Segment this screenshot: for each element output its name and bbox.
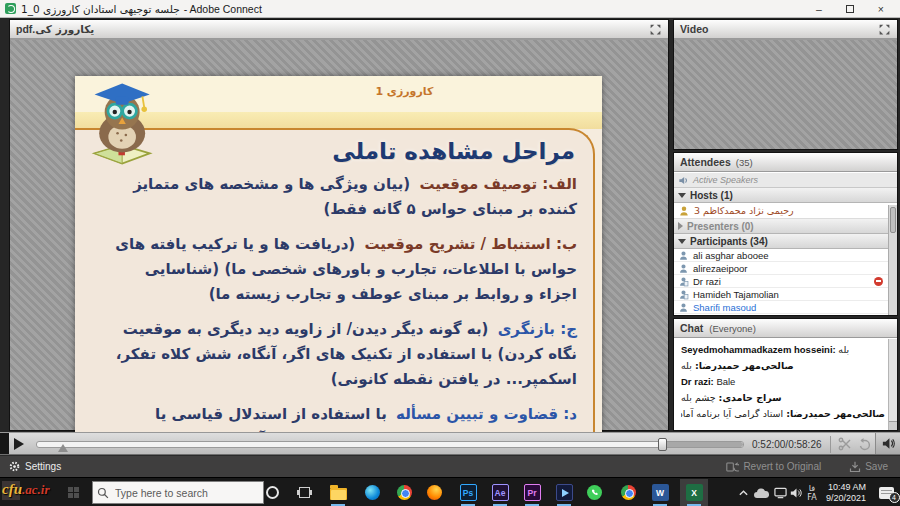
- taskbar-search-input[interactable]: [113, 486, 259, 500]
- seek-start-marker[interactable]: [58, 444, 68, 452]
- person-icon: [678, 250, 689, 261]
- chrome-button[interactable]: [390, 479, 418, 506]
- undo-icon[interactable]: [857, 437, 871, 451]
- attendee-row[interactable]: alirezaeipoor: [674, 262, 897, 275]
- cfu-watermark: cfu.ac.ir: [2, 480, 49, 498]
- photoshop-icon: Ps: [460, 484, 477, 501]
- attendee-row-host[interactable]: رحیمی نژاد محمدکاظم 3: [674, 203, 897, 219]
- seek-bar[interactable]: [36, 441, 744, 448]
- chat-text: Bale: [716, 376, 735, 387]
- window-title-fa: جلسه توجیهی استادان کارورزی 0_1: [21, 3, 180, 15]
- scrollbar-corner[interactable]: [889, 421, 897, 430]
- host-name: رحیمی نژاد محمدکاظم 3: [694, 205, 794, 216]
- play-button[interactable]: [14, 438, 24, 450]
- excel-button[interactable]: X: [680, 479, 708, 506]
- language-indicator[interactable]: فا FA: [804, 478, 820, 506]
- cortana-button[interactable]: [258, 479, 286, 506]
- video-pod-header[interactable]: Video: [674, 20, 897, 39]
- attendee-row-self[interactable]: Sharifi masoud: [674, 301, 897, 314]
- volume-tray-item[interactable]: [788, 478, 804, 506]
- scrollbar-thumb[interactable]: [890, 207, 896, 233]
- active-speakers-row[interactable]: Active Speakers: [674, 173, 897, 188]
- adobe-connect-icon: [5, 3, 16, 14]
- chat-scrollbar[interactable]: [888, 339, 897, 430]
- whatsapp-button[interactable]: [580, 479, 608, 506]
- attendees-pod-header[interactable]: Attendees (35): [674, 153, 897, 172]
- attendee-name: Dr razi: [693, 276, 721, 287]
- cloud-icon: [753, 487, 769, 499]
- photoshop-button[interactable]: Ps: [454, 479, 482, 506]
- chat-pod-header[interactable]: Chat (Everyone): [674, 319, 897, 338]
- save-button[interactable]: Save: [849, 461, 888, 473]
- chat-text: چشم بله: [681, 392, 716, 403]
- close-button[interactable]: ×: [878, 3, 884, 15]
- settings-bar: Settings Revert to Original Save: [0, 455, 900, 477]
- clock[interactable]: 10:49 AM 9/20/2021: [822, 478, 870, 506]
- group-row-presenters[interactable]: Presenters (0): [674, 219, 897, 234]
- presenters-group-label: Presenters (0): [687, 221, 754, 232]
- owl-mascot-image: [78, 78, 170, 170]
- revert-to-original-button[interactable]: Revert to Original: [726, 461, 821, 473]
- task-view-button[interactable]: [290, 479, 318, 506]
- onedrive-tray-item[interactable]: [752, 478, 770, 506]
- attendee-row[interactable]: ali asghar abooee: [674, 249, 897, 262]
- person-icon: [678, 302, 689, 313]
- media-app-icon: [556, 484, 573, 501]
- chrome-icon: [621, 485, 636, 500]
- network-tray-item[interactable]: [772, 478, 788, 506]
- word-button[interactable]: W: [646, 479, 674, 506]
- start-button[interactable]: [68, 487, 79, 498]
- share-pod-header[interactable]: pdf.یکارورز کی: [10, 20, 668, 39]
- chat-title: Chat: [680, 322, 703, 334]
- window-title-app: - Adobe Connect: [184, 3, 262, 15]
- group-row-hosts[interactable]: Hosts (1): [674, 188, 897, 203]
- tray-expand-button[interactable]: [736, 478, 750, 506]
- group-row-participants[interactable]: Participants (34): [674, 234, 897, 249]
- share-pod-title: یکارورز کی: [35, 23, 94, 35]
- media-app-button[interactable]: [550, 479, 578, 506]
- seek-thumb[interactable]: [658, 438, 667, 451]
- chat-sender: Seyedmohammadkazem hosseini:: [681, 344, 836, 355]
- chat-text: بله: [838, 344, 849, 355]
- settings-button[interactable]: Settings: [0, 461, 61, 472]
- notification-badge: 4: [889, 492, 900, 503]
- attendees-scrollbar[interactable]: [888, 205, 897, 315]
- playback-time: 0:52:00/0:58:26: [752, 439, 822, 450]
- attendee-row[interactable]: Hamideh Tajamolian: [674, 288, 897, 301]
- chat-text: بله: [681, 360, 692, 371]
- watermark-red-text: .ac.ir: [22, 482, 49, 497]
- premiere-button[interactable]: Pr: [518, 479, 546, 506]
- minimize-button[interactable]: –: [816, 3, 822, 15]
- gear-icon: [9, 461, 20, 472]
- adobe-connect-window: جلسه توجیهی استادان کارورزی 0_1 - Adobe …: [0, 0, 900, 506]
- firefox-button[interactable]: [420, 479, 448, 506]
- chrome-button-2[interactable]: [614, 479, 642, 506]
- fullscreen-icon[interactable]: [649, 23, 662, 36]
- edge-button[interactable]: [358, 479, 386, 506]
- firefox-icon: [427, 485, 442, 500]
- slide-paragraph-a: الف: توصیف موقعیت (بیان ویژگی ها و مشخصه…: [103, 172, 577, 222]
- attendee-row[interactable]: Dr razi: [674, 275, 897, 288]
- cut-icon[interactable]: [838, 437, 852, 451]
- chat-message: صالحی‌مهر حمیدرضا: استاد گرامی آیا برنام…: [681, 408, 885, 419]
- chevron-down-icon: [678, 193, 686, 198]
- speaker-icon[interactable]: [881, 436, 896, 451]
- save-download-icon: [849, 461, 861, 473]
- person-badge-icon: [678, 276, 689, 287]
- revert-icon: [726, 461, 739, 473]
- attendees-pod: Attendees (35) Active Speakers Hosts (1)…: [673, 152, 898, 316]
- file-explorer-button[interactable]: [324, 479, 352, 506]
- after-effects-button[interactable]: Ae: [486, 479, 514, 506]
- action-center-button[interactable]: 4: [874, 478, 898, 506]
- seek-remaining-segment: [663, 442, 743, 447]
- taskbar-search[interactable]: [92, 481, 264, 504]
- chat-sender: صالحی‌مهر حمیدرضا:: [786, 408, 885, 419]
- person-badge-icon: [678, 289, 689, 300]
- attendees-count: (35): [736, 157, 753, 168]
- restore-button[interactable]: [846, 5, 854, 13]
- chat-pod: Chat (Everyone) Seyedmohammadkazem hosse…: [673, 318, 898, 431]
- video-pod-title: Video: [680, 23, 708, 35]
- chat-message: Dr razi: Bale: [681, 376, 885, 387]
- fullscreen-icon[interactable]: [878, 23, 891, 36]
- chat-message-list[interactable]: Seyedmohammadkazem hosseini: بله صالحی‌م…: [674, 339, 897, 430]
